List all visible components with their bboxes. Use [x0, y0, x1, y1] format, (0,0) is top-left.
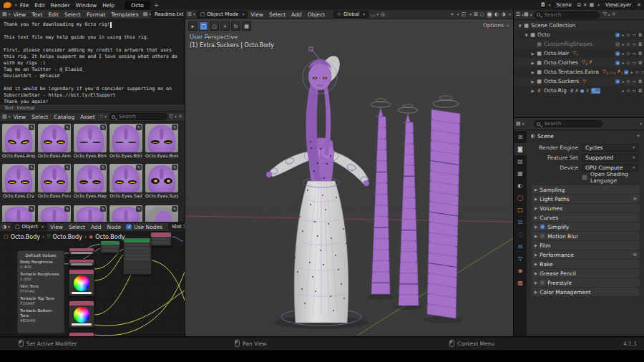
menu-file[interactable]: File [17, 1, 32, 10]
outliner-row-octo-hair[interactable]: ▶▦Octo.Hair▽2▸⊙▭◘ [514, 49, 644, 58]
mode-dropdown[interactable]: ▢Object Mode▾ [197, 11, 248, 18]
outliner-row-octo-tentacles-extra[interactable]: ▶▦Octo.Tentacles.Extra▽3◡1✗1▸⊙▭◘ [514, 67, 644, 77]
asset-item[interactable]: ✎ [2, 205, 35, 222]
panel-section-simplify[interactable]: ▶Simplify [532, 222, 640, 231]
transform-tool[interactable]: ▦ [242, 21, 251, 31]
asset-item[interactable]: ✎ [74, 205, 107, 222]
asset-thumbnail[interactable]: ✎ [74, 205, 107, 222]
color-wheel[interactable] [74, 307, 89, 323]
menu-add[interactable]: Add [88, 222, 104, 232]
panel-section-performance[interactable]: ▶Performance≡ [532, 250, 640, 259]
properties-search-input[interactable] [534, 120, 602, 127]
shading-wireframe-icon[interactable]: ○ [480, 12, 484, 17]
menu-select[interactable]: Select [66, 222, 88, 232]
panel-section-grease-pencil[interactable]: ▶Grease Pencil [532, 269, 640, 278]
display-mode-icon[interactable]: ▦ [524, 12, 529, 17]
asset-thumbnail[interactable]: ✎ [109, 124, 142, 152]
menu-view[interactable]: View [10, 10, 29, 19]
expand-caret-icon[interactable]: ▼ [523, 33, 530, 37]
asset-item-octo-eyes-focus[interactable]: ✎Octo.Eyes.Focus [38, 164, 71, 198]
asset-item[interactable]: ✎ [109, 205, 142, 222]
selectable-icon[interactable]: ▸ [631, 69, 633, 74]
filter-icon[interactable]: ▽ [602, 12, 606, 17]
render-visibility-icon[interactable]: ◘ [638, 51, 642, 56]
menu-catalog[interactable]: Catalog [51, 112, 77, 122]
section-checkbox[interactable] [540, 234, 545, 239]
expand-caret-icon[interactable]: ▶ [530, 89, 536, 93]
readme-text[interactable]: Thank you for downloading my Octo rig! T… [0, 19, 185, 105]
options-dropdown[interactable]: Options ▾ [483, 22, 509, 29]
rotate-tool[interactable]: ↻ [231, 21, 240, 31]
editor-type-icon[interactable]: ☰ [516, 12, 520, 17]
panel-section-freestyle[interactable]: ▶Freestyle [532, 278, 640, 287]
viewport-canvas[interactable] [185, 19, 513, 336]
asset-item-octo-eyes-happy[interactable]: ✎Octo.Eyes.Happy [74, 164, 107, 198]
scene-icon[interactable]: ◘ [541, 3, 545, 8]
editor-type-icon[interactable]: ▤ [516, 122, 521, 127]
tentacle-2-control-ring[interactable] [398, 107, 418, 113]
osl-checkbox[interactable] [582, 175, 587, 180]
properties-tab-scene[interactable]: ◐ [514, 180, 527, 192]
menu-view[interactable]: View [248, 10, 266, 19]
character-left-hand[interactable] [266, 172, 272, 177]
render-visibility-icon[interactable]: ◘ [638, 32, 642, 37]
material-slot-dropdown[interactable]: Slot 1▾ [168, 223, 185, 230]
outliner-row-octo-suckers[interactable]: ▶▦Octo.Suckers▽▸⊙▭◘ [514, 77, 644, 86]
asset-thumbnail[interactable]: ✎ [2, 164, 35, 192]
outliner-row-octo[interactable]: ▼▦Octo▸⊙▭◘ [514, 30, 644, 39]
properties-tab-world[interactable]: ◯ [514, 192, 527, 204]
menu-format[interactable]: Format [84, 10, 108, 19]
asset-item-octo-eyes-sad[interactable]: ✎Octo.Eyes.Sad [109, 164, 142, 198]
asset-thumbnail[interactable]: ✎ [109, 205, 142, 222]
properties-tab-material[interactable]: ◉ [514, 265, 527, 277]
menu-add[interactable]: Add [288, 10, 305, 19]
asset-item-octo-eyes-annoyed[interactable]: ✎Octo.Eyes.Annoyed [38, 124, 71, 158]
asset-item-octo-eyes-blink[interactable]: ✎Octo.Eyes.Blink [74, 124, 107, 158]
exclude-checkbox[interactable] [615, 41, 619, 46]
asset-thumbnail[interactable]: ✎ [74, 164, 107, 192]
transform-orientation-dropdown[interactable]: ⊹Global▾ [333, 11, 369, 18]
menu-window[interactable]: Window [73, 1, 100, 10]
viewlayer-selector[interactable]: ViewLayer [602, 1, 635, 9]
outliner-row-octo-clothes[interactable]: ▶▦Octo.Clothes▽4✗▸⊙▭◘ [514, 58, 644, 67]
panel-section-bake[interactable]: ▶Bake [532, 260, 640, 268]
selectable-icon[interactable]: ▸ [623, 79, 625, 84]
value-slider[interactable] [72, 292, 92, 294]
asset-item[interactable]: ✎ [145, 205, 178, 222]
close-icon[interactable]: ✕ [637, 3, 641, 8]
asset-thumbnail[interactable]: ✎ [145, 205, 178, 222]
viewport-display-icon[interactable]: ▭ [633, 32, 637, 37]
exclude-checkbox[interactable] [615, 51, 619, 55]
asset-thumbnail[interactable]: ✎ [145, 164, 178, 192]
menu-render[interactable]: Render [48, 1, 73, 10]
menu-help[interactable]: Help [99, 1, 117, 10]
rgb-node[interactable] [69, 332, 94, 336]
close-icon[interactable]: ✕ [583, 3, 587, 8]
viewport-display-icon[interactable]: ▭ [633, 41, 637, 47]
character-right-arm[interactable] [333, 152, 369, 184]
menu-asset[interactable]: Asset [77, 112, 98, 122]
selectable-icon[interactable]: ▸ [623, 88, 625, 93]
default-values-frame[interactable]: Default Values Body Roughness0.400Tentac… [17, 250, 64, 333]
asset-thumbnail[interactable]: ✎ [109, 164, 142, 192]
hide-eye-icon[interactable]: ⊙ [627, 32, 630, 37]
outliner-row-scene-collection[interactable]: ▼▦Scene Collection [514, 21, 644, 30]
panel-section-film[interactable]: ▶Film [532, 241, 640, 250]
hide-eye-icon[interactable]: ⊙ [627, 41, 630, 47]
properties-tab-output[interactable]: ▤ [514, 155, 527, 167]
panel-section-curves[interactable]: ▶Curves [532, 213, 640, 222]
add-workspace-button[interactable]: + [154, 1, 160, 9]
editor-type-icon[interactable]: ◑ [2, 225, 6, 230]
properties-tab-texture[interactable]: ▩ [514, 277, 527, 289]
shading-material-icon[interactable]: ◐ [494, 12, 499, 17]
property-value-dropdown[interactable]: Cycles▾ [582, 144, 638, 152]
section-checkbox[interactable] [540, 280, 545, 285]
menu-select[interactable]: Select [62, 10, 84, 19]
overlays-icon[interactable]: ◱ [462, 12, 467, 17]
viewport-display-icon[interactable]: ▭ [641, 69, 644, 74]
menu-edit[interactable]: Edit [31, 1, 48, 10]
move-tool[interactable]: + [220, 21, 230, 31]
gear-icon[interactable]: ☼ [612, 12, 616, 17]
character-right-hand[interactable] [364, 180, 369, 186]
section-menu-icon[interactable]: ≡ [633, 252, 637, 258]
